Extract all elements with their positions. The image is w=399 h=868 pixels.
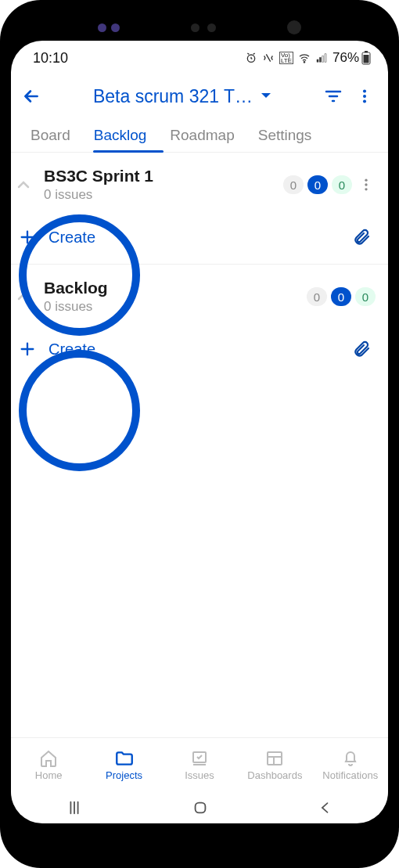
nav-label: Home — [35, 769, 63, 781]
wifi-icon — [298, 52, 311, 64]
svg-point-10 — [365, 188, 367, 190]
status-icons: Vo)LTE 76% — [245, 50, 371, 66]
svg-rect-4 — [364, 55, 369, 63]
nav-label: Notifications — [322, 769, 378, 781]
create-issue-button[interactable]: Create — [17, 315, 376, 368]
vibrate-icon — [262, 52, 275, 64]
nav-dashboards[interactable]: Dashboards — [237, 749, 312, 781]
folder-icon — [114, 749, 135, 768]
battery-icon — [361, 51, 371, 65]
project-title: Beta scrum 321 T… — [93, 86, 253, 107]
android-nav-bar — [11, 792, 388, 823]
section-more-button[interactable] — [352, 177, 376, 193]
nav-label: Dashboards — [247, 769, 302, 781]
svg-point-1 — [304, 62, 304, 63]
svg-rect-13 — [196, 803, 206, 813]
bottom-nav: Home Projects Issues Dashboards — [11, 737, 388, 792]
tab-settings[interactable]: Settings — [246, 117, 324, 152]
section-title: BS3C Sprint 1 — [44, 167, 279, 185]
collapse-icon[interactable] — [17, 180, 41, 189]
count-badge-done: 0 — [332, 175, 352, 194]
sprint-section: BS3C Sprint 1 0 issues 0 0 0 Create — [11, 153, 388, 265]
home-icon — [39, 749, 58, 768]
section-subtitle: 0 issues — [44, 299, 303, 315]
nav-projects[interactable]: Projects — [86, 749, 161, 781]
attach-button[interactable] — [352, 228, 376, 247]
nav-issues[interactable]: Issues — [162, 749, 237, 781]
view-tabs: Board Backlog Roadmap Settings — [11, 117, 388, 153]
plus-icon — [19, 229, 41, 246]
home-button[interactable] — [192, 799, 209, 816]
dropdown-icon — [261, 92, 271, 100]
count-badge-todo: 0 — [283, 175, 304, 194]
status-time: 10:10 — [33, 50, 68, 67]
count-badge-done: 0 — [355, 287, 376, 306]
project-dropdown[interactable]: Beta scrum 321 T… — [47, 86, 318, 107]
nav-notifications[interactable]: Notifications — [313, 749, 388, 781]
create-issue-button[interactable]: Create — [17, 203, 376, 256]
backlog-section: Backlog 0 issues 0 0 0 Create — [11, 265, 388, 376]
volte-icon: Vo)LTE — [279, 52, 293, 64]
dashboard-icon — [265, 749, 284, 768]
nav-home[interactable]: Home — [11, 749, 86, 781]
create-label: Create — [41, 340, 95, 358]
svg-point-6 — [363, 95, 366, 98]
svg-rect-3 — [365, 51, 368, 52]
svg-point-8 — [365, 179, 367, 182]
svg-point-7 — [363, 99, 366, 103]
bell-icon — [341, 749, 360, 768]
header-more-button[interactable] — [349, 81, 380, 112]
status-bar: 10:10 Vo)LTE 76% — [11, 41, 388, 75]
battery-percent: 76% — [332, 50, 359, 66]
count-badge-todo: 0 — [307, 287, 327, 306]
back-button[interactable] — [16, 81, 47, 112]
recents-button[interactable] — [66, 799, 83, 816]
collapse-icon[interactable] — [17, 292, 41, 301]
nav-label: Projects — [106, 769, 142, 781]
tab-backlog[interactable]: Backlog — [82, 117, 159, 152]
issues-icon — [190, 749, 209, 768]
plus-icon — [19, 340, 41, 358]
alarm-icon — [245, 52, 257, 64]
signal-icon — [315, 52, 328, 64]
attach-button[interactable] — [352, 340, 376, 358]
create-label: Create — [41, 229, 95, 247]
tab-roadmap[interactable]: Roadmap — [158, 117, 246, 152]
filter-button[interactable] — [318, 81, 349, 112]
app-header: Beta scrum 321 T… — [11, 75, 388, 117]
svg-point-5 — [363, 90, 366, 93]
tab-board[interactable]: Board — [19, 117, 82, 152]
section-title: Backlog — [44, 279, 303, 297]
section-subtitle: 0 issues — [44, 187, 279, 203]
svg-point-9 — [365, 183, 367, 185]
back-system-button[interactable] — [318, 800, 333, 816]
count-badge-inprogress: 0 — [331, 287, 351, 306]
count-badge-inprogress: 0 — [307, 175, 328, 194]
nav-label: Issues — [185, 769, 214, 781]
